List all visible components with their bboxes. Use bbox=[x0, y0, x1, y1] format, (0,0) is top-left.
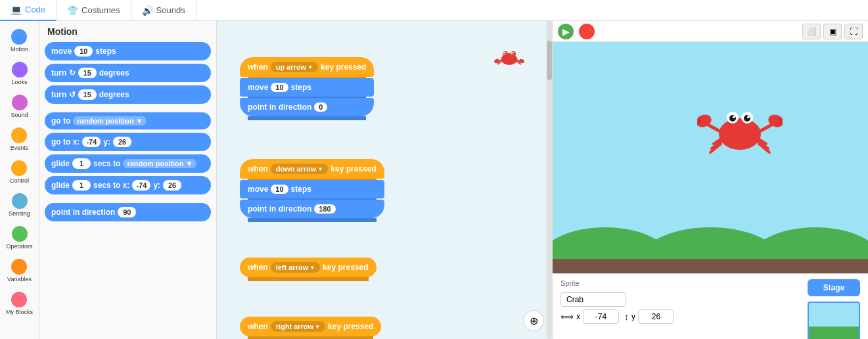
stop-button[interactable] bbox=[579, 24, 595, 39]
backdrop-thumbnail[interactable] bbox=[808, 302, 860, 339]
green-flag-button[interactable]: ▶ bbox=[558, 24, 574, 39]
svg-point-18 bbox=[719, 118, 761, 150]
block-glide-random[interactable]: glide 1 secs to random position ▼ bbox=[45, 154, 211, 173]
stage-view-buttons: ⬜ ▣ ⛶ bbox=[802, 24, 863, 39]
scrollbar[interactable] bbox=[547, 21, 552, 339]
sidebar-item-sensing[interactable]: Sensing bbox=[7, 191, 32, 219]
sidebar-item-variables[interactable]: Variables bbox=[6, 256, 33, 285]
code-icon: 💻 bbox=[11, 5, 22, 15]
tab-code[interactable]: 💻 Code bbox=[0, 0, 57, 21]
sidebar-item-control[interactable]: Control bbox=[9, 158, 30, 187]
variables-dot bbox=[11, 259, 27, 275]
motion-dot bbox=[11, 29, 27, 45]
block-when-down-arrow[interactable]: when down arrow key pressed bbox=[240, 159, 384, 179]
looks-dot bbox=[12, 62, 28, 78]
block-when-right-arrow[interactable]: when right arrow key pressed bbox=[240, 317, 381, 336]
block-turn-cw[interactable]: turn ↻ 15 degrees bbox=[45, 64, 211, 82]
fullscreen-button[interactable]: ⛶ bbox=[844, 24, 863, 39]
block-turn-ccw[interactable]: turn ↺ 15 degrees bbox=[45, 85, 211, 104]
sprite-name-input[interactable] bbox=[560, 292, 626, 307]
block-goto-pos[interactable]: go to random position ▼ bbox=[45, 112, 211, 129]
script-group-2: when down arrow key pressed move 10 step… bbox=[240, 159, 384, 218]
svg-point-24 bbox=[744, 115, 750, 122]
zoom-button[interactable]: ⊕ bbox=[523, 310, 544, 331]
top-tab-bar: 💻 Code 👕 Costumes 🔊 Sounds bbox=[0, 0, 868, 21]
myblocks-dot bbox=[11, 292, 27, 307]
block-point-0[interactable]: point in direction 0 bbox=[240, 98, 374, 116]
sidebar-item-looks[interactable]: Looks bbox=[10, 59, 28, 88]
block-move-10-1[interactable]: move 10 steps bbox=[240, 78, 374, 97]
stage-controls: ▶ bbox=[558, 24, 595, 39]
sprite-info-panel: Sprite ⟺ x ↕ y Stage bbox=[553, 273, 868, 339]
stage-area: ▶ ⬜ ▣ ⛶ bbox=[553, 21, 868, 339]
svg-line-27 bbox=[707, 124, 719, 131]
svg-point-5 bbox=[505, 53, 506, 55]
svg-point-23 bbox=[729, 115, 736, 122]
block-glide-xy[interactable]: glide 1 secs to x: -74 y: 26 bbox=[45, 176, 211, 194]
y-coord-input[interactable] bbox=[638, 309, 674, 324]
x-coord-input[interactable] bbox=[583, 309, 619, 324]
sidebar-item-motion[interactable]: Motion bbox=[9, 26, 30, 55]
svg-point-25 bbox=[733, 116, 735, 118]
sidebar-item-operators[interactable]: Operators bbox=[5, 223, 34, 252]
stage-ground-svg bbox=[553, 208, 868, 273]
sound-dot bbox=[12, 95, 28, 110]
backdrop-ground-mini bbox=[809, 327, 859, 339]
events-dot bbox=[11, 127, 27, 143]
blocks-panel-title: Motion bbox=[45, 26, 211, 37]
script-group-4: when right arrow key pressed bbox=[240, 317, 381, 336]
stage-tab-button[interactable]: Stage bbox=[808, 279, 860, 296]
tab-sounds[interactable]: 🔊 Sounds bbox=[131, 0, 196, 21]
sidebar-item-sound[interactable]: Sound bbox=[9, 92, 29, 121]
block-goto-xy[interactable]: go to x: -74 y: 26 bbox=[45, 133, 211, 151]
large-stage-button[interactable]: ▣ bbox=[823, 24, 842, 39]
main-layout: Motion Looks Sound Events Control Sensin… bbox=[0, 21, 868, 339]
scrollbar-thumb[interactable] bbox=[547, 41, 552, 80]
sprite-thumbnail bbox=[493, 41, 526, 74]
blocks-panel: Motion move 10 steps turn ↻ 15 degrees t… bbox=[39, 21, 217, 339]
block-move-steps[interactable]: move 10 steps bbox=[45, 42, 211, 60]
sounds-icon: 🔊 bbox=[142, 5, 153, 16]
y-arrow-icon: ↕ bbox=[624, 311, 629, 322]
small-stage-button[interactable]: ⬜ bbox=[802, 24, 821, 39]
code-editor-area[interactable]: when up arrow key pressed move 10 steps … bbox=[217, 21, 553, 339]
svg-point-26 bbox=[747, 116, 750, 118]
svg-line-30 bbox=[761, 124, 773, 131]
svg-point-6 bbox=[513, 53, 514, 55]
block-point-direction[interactable]: point in direction 90 bbox=[45, 203, 211, 221]
block-point-180[interactable]: point in direction 180 bbox=[240, 200, 384, 218]
categories-panel: Motion Looks Sound Events Control Sensin… bbox=[0, 21, 39, 339]
stage-canvas bbox=[553, 42, 868, 273]
sensing-dot bbox=[12, 193, 28, 209]
sidebar-item-myblocks[interactable]: My Blocks bbox=[5, 289, 34, 318]
control-dot bbox=[11, 160, 27, 176]
crab-sprite bbox=[697, 95, 783, 167]
script-group-1: when up arrow key pressed move 10 steps … bbox=[240, 57, 374, 116]
sidebar-item-events[interactable]: Events bbox=[9, 125, 30, 154]
block-move-10-2[interactable]: move 10 steps bbox=[240, 180, 384, 198]
block-when-left-arrow[interactable]: when left arrow key pressed bbox=[240, 258, 377, 277]
script-group-3: when left arrow key pressed bbox=[240, 258, 377, 277]
block-when-up-arrow[interactable]: when up arrow key pressed bbox=[240, 57, 374, 77]
x-arrow-icon: ⟺ bbox=[560, 311, 574, 322]
svg-rect-17 bbox=[553, 252, 868, 259]
costumes-icon: 👕 bbox=[67, 5, 78, 16]
operators-dot bbox=[12, 226, 28, 242]
tab-costumes[interactable]: 👕 Costumes bbox=[57, 0, 131, 21]
stage-toolbar: ▶ ⬜ ▣ ⛶ bbox=[553, 21, 868, 42]
